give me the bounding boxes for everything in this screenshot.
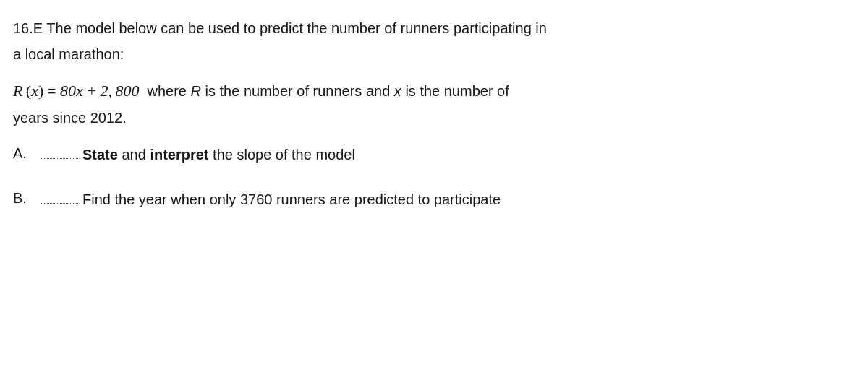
part-a-row: A. State and interpret the slope of the … xyxy=(13,144,848,165)
part-a-label: A. xyxy=(13,144,35,162)
part-a-connector: and xyxy=(122,147,150,163)
part-b-dotted-space xyxy=(41,186,78,204)
formula-equals: = xyxy=(43,79,60,103)
problem-intro-line2: a local marathon: xyxy=(13,43,848,65)
intro-text-1: The model below can be used to predict t… xyxy=(46,20,547,36)
problem-number: 16.E xyxy=(13,20,43,36)
part-a-bold1: State xyxy=(82,147,118,163)
part-a-text: State and interpret the slope of the mod… xyxy=(82,144,848,165)
formula-paren-close: ) xyxy=(38,78,43,103)
part-a-bold2: interpret xyxy=(150,147,208,163)
years-line: years since 2012. xyxy=(13,106,848,129)
problem-intro: 16.E The model below can be used to pred… xyxy=(13,17,848,39)
part-b-label: B. xyxy=(13,189,35,207)
part-a-dotted-space xyxy=(41,142,78,159)
part-b-text: Find the year when only 3760 runners are… xyxy=(82,189,848,210)
formula-where: where R is the number of runners and x i… xyxy=(139,79,509,103)
formula-line: R ( x ) = 80x + 2, 800 where R is the nu… xyxy=(13,78,848,103)
part-a-rest: the slope of the model xyxy=(213,147,355,163)
years-text: years since 2012. xyxy=(13,110,127,126)
formula-r: R xyxy=(13,78,26,103)
question-block: 16.E The model below can be used to pred… xyxy=(13,17,848,210)
intro-text-2: a local marathon: xyxy=(13,46,124,62)
formula-expression: 80x + 2, 800 xyxy=(60,78,139,103)
part-b-row: B. Find the year when only 3760 runners … xyxy=(13,189,848,210)
formula-x-var: x xyxy=(31,78,38,103)
